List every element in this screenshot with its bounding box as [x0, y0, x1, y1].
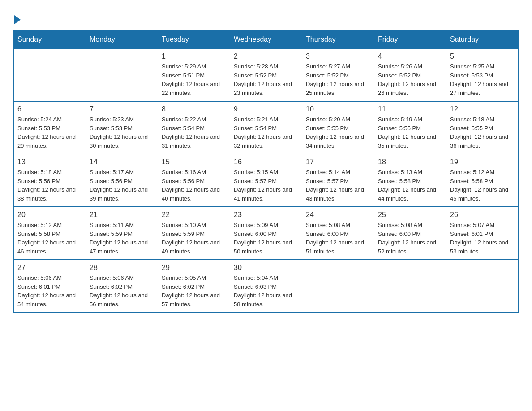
calendar-cell: 8Sunrise: 5:22 AMSunset: 5:54 PMDaylight… [158, 101, 230, 154]
calendar-cell: 24Sunrise: 5:08 AMSunset: 6:00 PMDayligh… [302, 207, 374, 260]
calendar-cell: 5Sunrise: 5:25 AMSunset: 5:53 PMDaylight… [446, 48, 519, 101]
day-of-week-monday: Monday [86, 31, 158, 49]
day-info: Sunrise: 5:28 AMSunset: 5:52 PMDaylight:… [234, 62, 298, 97]
day-number: 28 [90, 264, 154, 272]
day-number: 1 [162, 52, 226, 60]
calendar-cell: 22Sunrise: 5:10 AMSunset: 5:59 PMDayligh… [158, 207, 230, 260]
day-number: 14 [90, 158, 154, 166]
days-of-week-row: SundayMondayTuesdayWednesdayThursdayFrid… [14, 31, 519, 49]
day-info: Sunrise: 5:13 AMSunset: 5:58 PMDaylight:… [378, 168, 442, 203]
day-info: Sunrise: 5:25 AMSunset: 5:53 PMDaylight:… [450, 62, 515, 97]
day-info: Sunrise: 5:08 AMSunset: 6:00 PMDaylight:… [378, 221, 442, 256]
day-number: 17 [306, 158, 370, 166]
calendar-cell [446, 260, 519, 313]
day-number: 16 [234, 158, 298, 166]
day-number: 3 [306, 52, 370, 60]
day-info: Sunrise: 5:10 AMSunset: 5:59 PMDaylight:… [162, 221, 226, 256]
day-info: Sunrise: 5:09 AMSunset: 6:00 PMDaylight:… [234, 221, 298, 256]
calendar-cell: 13Sunrise: 5:18 AMSunset: 5:56 PMDayligh… [14, 154, 86, 207]
day-info: Sunrise: 5:21 AMSunset: 5:54 PMDaylight:… [234, 115, 298, 150]
calendar-cell: 26Sunrise: 5:07 AMSunset: 6:01 PMDayligh… [446, 207, 519, 260]
calendar-cell [14, 48, 86, 101]
calendar-week-4: 20Sunrise: 5:12 AMSunset: 5:58 PMDayligh… [14, 207, 519, 260]
logo-arrow-icon [14, 15, 21, 24]
day-number: 26 [450, 211, 515, 219]
calendar-cell: 20Sunrise: 5:12 AMSunset: 5:58 PMDayligh… [14, 207, 86, 260]
calendar-table: SundayMondayTuesdayWednesdayThursdayFrid… [13, 30, 519, 313]
calendar-cell: 9Sunrise: 5:21 AMSunset: 5:54 PMDaylight… [230, 101, 302, 154]
day-number: 4 [378, 52, 442, 60]
day-info: Sunrise: 5:16 AMSunset: 5:56 PMDaylight:… [162, 168, 226, 203]
calendar-cell: 12Sunrise: 5:18 AMSunset: 5:55 PMDayligh… [446, 101, 519, 154]
day-number: 21 [90, 211, 154, 219]
day-number: 10 [306, 105, 370, 113]
calendar-week-2: 6Sunrise: 5:24 AMSunset: 5:53 PMDaylight… [14, 101, 519, 154]
calendar-cell: 2Sunrise: 5:28 AMSunset: 5:52 PMDaylight… [230, 48, 302, 101]
day-info: Sunrise: 5:11 AMSunset: 5:59 PMDaylight:… [90, 221, 154, 256]
calendar-cell: 3Sunrise: 5:27 AMSunset: 5:52 PMDaylight… [302, 48, 374, 101]
calendar-cell: 29Sunrise: 5:05 AMSunset: 6:02 PMDayligh… [158, 260, 230, 313]
day-number: 5 [450, 52, 515, 60]
day-number: 6 [17, 105, 82, 113]
logo [13, 13, 21, 21]
day-info: Sunrise: 5:14 AMSunset: 5:57 PMDaylight:… [306, 168, 370, 203]
day-number: 30 [234, 264, 298, 272]
day-of-week-friday: Friday [374, 31, 446, 49]
calendar-cell: 17Sunrise: 5:14 AMSunset: 5:57 PMDayligh… [302, 154, 374, 207]
calendar-week-3: 13Sunrise: 5:18 AMSunset: 5:56 PMDayligh… [14, 154, 519, 207]
day-number: 27 [17, 264, 82, 272]
day-info: Sunrise: 5:19 AMSunset: 5:55 PMDaylight:… [378, 115, 442, 150]
day-number: 7 [90, 105, 154, 113]
day-info: Sunrise: 5:29 AMSunset: 5:51 PMDaylight:… [162, 62, 226, 97]
day-info: Sunrise: 5:07 AMSunset: 6:01 PMDaylight:… [450, 221, 515, 256]
day-of-week-tuesday: Tuesday [158, 31, 230, 49]
day-number: 29 [162, 264, 226, 272]
calendar-cell: 21Sunrise: 5:11 AMSunset: 5:59 PMDayligh… [86, 207, 158, 260]
page-header [13, 13, 519, 21]
calendar-cell: 28Sunrise: 5:06 AMSunset: 6:02 PMDayligh… [86, 260, 158, 313]
day-info: Sunrise: 5:26 AMSunset: 5:52 PMDaylight:… [378, 62, 442, 97]
day-info: Sunrise: 5:15 AMSunset: 5:57 PMDaylight:… [234, 168, 298, 203]
day-of-week-wednesday: Wednesday [230, 31, 302, 49]
calendar-cell: 6Sunrise: 5:24 AMSunset: 5:53 PMDaylight… [14, 101, 86, 154]
calendar-header: SundayMondayTuesdayWednesdayThursdayFrid… [14, 31, 519, 49]
day-number: 19 [450, 158, 515, 166]
calendar-cell [374, 260, 446, 313]
day-info: Sunrise: 5:18 AMSunset: 5:56 PMDaylight:… [17, 168, 82, 203]
day-number: 15 [162, 158, 226, 166]
calendar-week-1: 1Sunrise: 5:29 AMSunset: 5:51 PMDaylight… [14, 48, 519, 101]
day-number: 25 [378, 211, 442, 219]
calendar-cell: 25Sunrise: 5:08 AMSunset: 6:00 PMDayligh… [374, 207, 446, 260]
calendar-cell: 18Sunrise: 5:13 AMSunset: 5:58 PMDayligh… [374, 154, 446, 207]
calendar-cell [302, 260, 374, 313]
calendar-cell: 16Sunrise: 5:15 AMSunset: 5:57 PMDayligh… [230, 154, 302, 207]
day-info: Sunrise: 5:18 AMSunset: 5:55 PMDaylight:… [450, 115, 515, 150]
calendar-cell: 27Sunrise: 5:06 AMSunset: 6:01 PMDayligh… [14, 260, 86, 313]
day-info: Sunrise: 5:22 AMSunset: 5:54 PMDaylight:… [162, 115, 226, 150]
day-number: 23 [234, 211, 298, 219]
day-number: 22 [162, 211, 226, 219]
calendar-cell: 30Sunrise: 5:04 AMSunset: 6:03 PMDayligh… [230, 260, 302, 313]
day-number: 24 [306, 211, 370, 219]
day-info: Sunrise: 5:04 AMSunset: 6:03 PMDaylight:… [234, 274, 298, 308]
day-info: Sunrise: 5:06 AMSunset: 6:01 PMDaylight:… [17, 274, 82, 308]
day-info: Sunrise: 5:23 AMSunset: 5:53 PMDaylight:… [90, 115, 154, 150]
day-info: Sunrise: 5:12 AMSunset: 5:58 PMDaylight:… [17, 221, 82, 256]
day-info: Sunrise: 5:17 AMSunset: 5:56 PMDaylight:… [90, 168, 154, 203]
calendar-week-5: 27Sunrise: 5:06 AMSunset: 6:01 PMDayligh… [14, 260, 519, 313]
day-of-week-saturday: Saturday [446, 31, 519, 49]
day-number: 9 [234, 105, 298, 113]
calendar-cell: 4Sunrise: 5:26 AMSunset: 5:52 PMDaylight… [374, 48, 446, 101]
calendar-cell: 1Sunrise: 5:29 AMSunset: 5:51 PMDaylight… [158, 48, 230, 101]
day-info: Sunrise: 5:20 AMSunset: 5:55 PMDaylight:… [306, 115, 370, 150]
day-info: Sunrise: 5:12 AMSunset: 5:58 PMDaylight:… [450, 168, 515, 203]
day-of-week-sunday: Sunday [14, 31, 86, 49]
calendar-cell: 23Sunrise: 5:09 AMSunset: 6:00 PMDayligh… [230, 207, 302, 260]
calendar-cell [86, 48, 158, 101]
calendar-cell: 7Sunrise: 5:23 AMSunset: 5:53 PMDaylight… [86, 101, 158, 154]
calendar-cell: 15Sunrise: 5:16 AMSunset: 5:56 PMDayligh… [158, 154, 230, 207]
calendar-body: 1Sunrise: 5:29 AMSunset: 5:51 PMDaylight… [14, 48, 519, 313]
day-number: 18 [378, 158, 442, 166]
calendar-cell: 19Sunrise: 5:12 AMSunset: 5:58 PMDayligh… [446, 154, 519, 207]
calendar-cell: 10Sunrise: 5:20 AMSunset: 5:55 PMDayligh… [302, 101, 374, 154]
